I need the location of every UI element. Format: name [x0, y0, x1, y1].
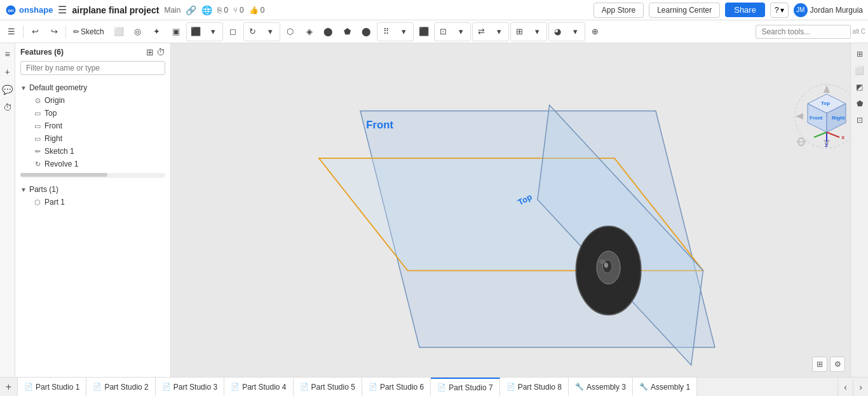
features-icon[interactable]: ≡ — [3, 47, 11, 61]
tool-2[interactable]: ◎ — [129, 23, 147, 41]
tab-part-studio-6[interactable]: 📄 Part Studio 6 — [362, 378, 431, 397]
help-button[interactable]: ? ▾ — [770, 3, 789, 18]
tool-5[interactable]: ◻ — [224, 23, 242, 41]
extrude-tool[interactable]: ⬛ — [187, 23, 205, 41]
tab-prev-button[interactable]: ‹ — [837, 378, 853, 397]
search-input[interactable] — [756, 25, 851, 39]
surface-dropdown[interactable]: ▾ — [452, 23, 470, 41]
surface-tool[interactable]: ⊡ — [435, 23, 452, 41]
tool-9[interactable]: ⬟ — [339, 23, 356, 41]
link-icon[interactable]: 🔗 — [186, 5, 196, 15]
transform-dropdown[interactable]: ▾ — [491, 23, 508, 41]
appstore-button[interactable]: App Store — [593, 3, 644, 18]
scene-svg: Front Top Right — [171, 81, 845, 377]
top-label: Top — [44, 109, 57, 118]
sketch1-item[interactable]: ✏ Sketch 1 — [15, 145, 170, 158]
share-button[interactable]: Share — [725, 3, 765, 17]
origin-item[interactable]: ⊙ Origin — [15, 94, 170, 107]
hamburger-menu[interactable]: ☰ — [58, 4, 67, 16]
tool-1[interactable]: ⬜ — [110, 23, 128, 41]
right-plane-item[interactable]: ▭ Right — [15, 132, 170, 145]
tab-icon-7: 📄 — [437, 383, 446, 392]
globe-icon[interactable]: 🌐 — [201, 5, 212, 15]
tool-7[interactable]: ◈ — [301, 23, 318, 41]
tab-part-studio-1[interactable]: 📄 Part Studio 1 — [18, 378, 86, 397]
sketch-button[interactable]: ✏ Sketch — [69, 25, 109, 39]
tab-part-studio-8[interactable]: 📄 Part Studio 8 — [500, 378, 569, 397]
tool-4[interactable]: ▣ — [167, 23, 185, 41]
history-feature-icon[interactable]: ⏱ — [156, 47, 165, 57]
tab-assembly-3[interactable]: 🔧 Assembly 3 — [569, 378, 633, 397]
redo-button[interactable]: ↪ — [45, 23, 63, 41]
branch-icon: ⑂ — [233, 6, 238, 15]
parts-icon[interactable]: + — [3, 65, 11, 79]
revolve1-item[interactable]: ↻ Revolve 1 — [15, 158, 170, 170]
pattern-dropdown[interactable]: ▾ — [395, 23, 413, 41]
svg-point-10 — [599, 259, 606, 264]
branch-name[interactable]: Main — [164, 6, 180, 15]
parts-header[interactable]: ▼ Parts (1) — [15, 183, 170, 196]
add-feature-icon[interactable]: ⊞ — [146, 47, 154, 57]
view-tool-4[interactable]: ⬟ — [853, 97, 867, 111]
tab-icon-2: 📄 — [93, 383, 102, 391]
comment-icon[interactable]: 💬 — [0, 83, 15, 97]
front-plane-icon: ▭ — [33, 122, 42, 130]
tab-part-studio-3[interactable]: 📄 Part Studio 3 — [156, 378, 224, 397]
menu-icon[interactable]: ☰ — [3, 23, 20, 41]
view-tool-2[interactable]: ⬜ — [853, 64, 867, 78]
measure-dropdown[interactable]: ▾ — [529, 23, 546, 41]
cube-navigator[interactable]: Top Front Right Z X — [792, 81, 849, 139]
revolve-dropdown[interactable]: ▾ — [262, 23, 280, 41]
tool-group-6: ⊞ ▾ — [510, 22, 547, 41]
view-tool-3[interactable]: ◩ — [853, 80, 867, 94]
tool-3[interactable]: ✦ — [148, 23, 166, 41]
svg-text:Top: Top — [821, 100, 830, 106]
filter-input[interactable] — [20, 61, 165, 75]
svg-text:on: on — [8, 8, 15, 13]
tab-part-studio-2[interactable]: 📄 Part Studio 2 — [86, 378, 155, 397]
transform-tool[interactable]: ⇄ — [473, 23, 491, 41]
tool-10[interactable]: ⬤ — [358, 23, 376, 41]
undo-button[interactable]: ↩ — [26, 23, 44, 41]
top-plane-item[interactable]: ▭ Top — [15, 107, 170, 119]
render-tool[interactable]: ◕ — [549, 23, 567, 41]
tab-icon-6: 📄 — [369, 383, 377, 391]
history-icon[interactable]: ⏱ — [1, 100, 14, 114]
tab-icon-asm3: 🔧 — [575, 383, 584, 391]
onshape-logo[interactable]: on onshape — [5, 4, 53, 16]
part1-item[interactable]: ⬡ Part 1 — [15, 196, 170, 208]
render-dropdown[interactable]: ▾ — [567, 23, 585, 41]
view-tool-1[interactable]: ⊞ — [853, 47, 867, 61]
3d-viewport[interactable]: Front Top Right — [171, 43, 868, 377]
scrollbar[interactable] — [20, 173, 165, 178]
pattern-tool[interactable]: ⠿ — [377, 23, 395, 41]
measure-tool[interactable]: ⊞ — [511, 23, 529, 41]
default-geometry-header[interactable]: ▼ Default geometry — [15, 81, 170, 94]
scrollbar-thumb — [20, 173, 107, 177]
front-plane-item[interactable]: ▭ Front — [15, 119, 170, 132]
tab-assembly-1[interactable]: 🔧 Assembly 1 — [633, 378, 697, 397]
extrude-dropdown[interactable]: ▾ — [205, 23, 222, 41]
learning-center-button[interactable]: Learning Center — [649, 3, 720, 18]
feature-tree-panel: Features (6) ⊞ ⏱ ▼ Default geometry ⊙ Or… — [15, 43, 171, 377]
add-tab-button[interactable]: + — [0, 378, 18, 397]
revolve1-label: Revolve 1 — [44, 160, 78, 168]
user-name: Jordan Murguia — [810, 6, 863, 15]
revolve-tool[interactable]: ↻ — [244, 23, 262, 41]
crosshair-tool[interactable]: ⊕ — [587, 23, 604, 41]
tool-11[interactable]: ⬛ — [415, 23, 433, 41]
tab-part-studio-7[interactable]: 📄 Part Studio 7 — [431, 378, 499, 397]
tab-next-button[interactable]: › — [853, 378, 868, 397]
tab-part-studio-5[interactable]: 📄 Part Studio 5 — [294, 378, 362, 397]
view-tool-5[interactable]: ⊡ — [853, 113, 867, 127]
svg-marker-12 — [824, 85, 830, 93]
tab-part-studio-4[interactable]: 📄 Part Studio 4 — [224, 378, 293, 397]
tool-6[interactable]: ⬡ — [281, 23, 299, 41]
grid-button[interactable]: ⊞ — [812, 357, 827, 372]
tool-8[interactable]: ⬤ — [320, 23, 337, 41]
default-geometry-label: Default geometry — [29, 83, 87, 92]
main-area: ≡ + 💬 ⏱ Features (6) ⊞ ⏱ ▼ Default geome… — [0, 43, 868, 377]
settings-button[interactable]: ⚙ — [830, 357, 845, 372]
user-menu[interactable]: JM Jordan Murguia — [794, 3, 863, 17]
like-icon: 👍 — [249, 6, 259, 15]
